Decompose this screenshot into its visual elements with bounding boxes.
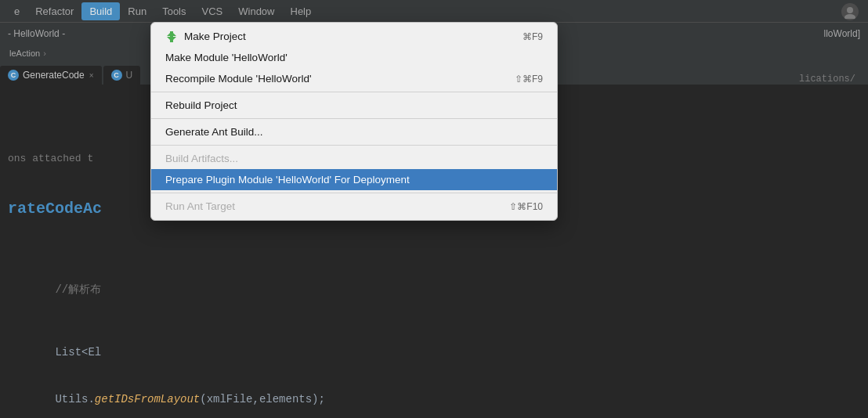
run-ant-label: Run Ant Target: [165, 200, 235, 212]
build-artifacts-label: Build Artifacts...: [165, 153, 238, 164]
svg-marker-4: [167, 37, 176, 41]
dropdown-item-rebuild[interactable]: Rebuild Project: [151, 95, 557, 116]
rebuild-label: Rebuild Project: [165, 99, 237, 111]
svg-rect-3: [170, 31, 173, 38]
generate-ant-label: Generate Ant Build...: [165, 126, 263, 138]
dropdown-item-build-artifacts: Build Artifacts...: [151, 148, 557, 169]
dropdown-item-make-project[interactable]: Make Project ⌘F9: [151, 26, 557, 47]
dropdown-item-prepare-plugin[interactable]: Prepare Plugin Module 'HelloWorld' For D…: [151, 169, 557, 190]
recompile-module-label: Recompile Module 'HelloWorld': [165, 73, 311, 85]
separator-2: [151, 118, 557, 119]
separator-3: [151, 145, 557, 146]
make-project-label: Make Project: [165, 31, 246, 42]
make-project-icon: [165, 31, 179, 42]
separator-1: [151, 92, 557, 92]
make-module-label: Make Module 'HelloWorld': [165, 52, 288, 63]
dropdown-item-make-module[interactable]: Make Module 'HelloWorld': [151, 47, 557, 68]
separator-4: [151, 193, 557, 193]
prepare-plugin-label: Prepare Plugin Module 'HelloWorld' For D…: [165, 174, 410, 186]
run-ant-shortcut: ⇧⌘F10: [478, 201, 543, 212]
build-dropdown-menu: Make Project ⌘F9 Make Module 'HelloWorld…: [150, 22, 558, 221]
dropdown-item-run-ant: Run Ant Target ⇧⌘F10: [151, 196, 557, 217]
dropdown-item-recompile-module[interactable]: Recompile Module 'HelloWorld' ⇧⌘F9: [151, 68, 557, 89]
recompile-module-shortcut: ⇧⌘F9: [483, 74, 543, 85]
dropdown-item-generate-ant[interactable]: Generate Ant Build...: [151, 121, 557, 142]
make-project-shortcut: ⌘F9: [491, 31, 543, 42]
